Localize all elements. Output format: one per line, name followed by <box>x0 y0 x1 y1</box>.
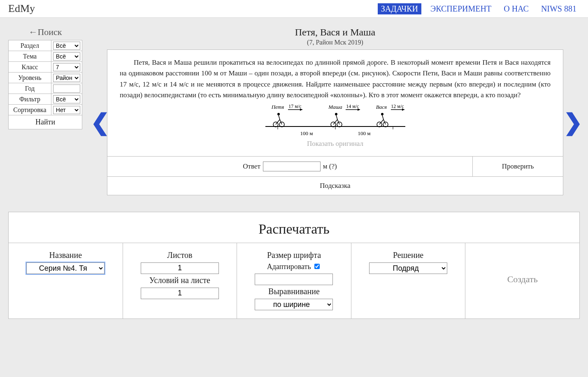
problem-area: Петя, Вася и Маша (7, Район Мск 2019) ❮ … <box>86 23 588 195</box>
check-button[interactable]: Проверить <box>472 157 563 176</box>
problem-subtitle: (7, Район Мск 2019) <box>91 39 580 46</box>
answer-input[interactable] <box>263 162 321 171</box>
label-section: Раздел <box>9 40 51 51</box>
print-col-sheets: Листов Условий на листе <box>123 243 237 318</box>
label-grade: Класс <box>9 62 51 73</box>
print-col-font: Размер шрифта Адаптировать Выравнивание … <box>237 243 351 318</box>
print-sheets-input[interactable] <box>141 262 219 274</box>
nav-niws[interactable]: NIWS 881 <box>538 3 580 14</box>
select-level[interactable]: Район М <box>53 74 80 82</box>
svg-line-19 <box>336 115 337 119</box>
print-title: Распечатать <box>9 212 579 243</box>
print-align-label: Выравнивание <box>241 287 347 296</box>
svg-point-10 <box>277 113 280 115</box>
find-button[interactable]: Найти <box>9 115 82 129</box>
svg-text:17 м/с: 17 м/с <box>288 104 301 109</box>
print-font-input[interactable] <box>255 274 333 285</box>
print-persheet-label: Условий на листе <box>127 276 233 285</box>
header: EdMy ЗАДАЧКИ ЭКСПЕРИМЕНТ О НАС NIWS 881 <box>0 0 588 18</box>
answer-row: Ответ м (?) Проверить <box>107 156 563 176</box>
rider-petya: Петя 17 м/с <box>271 104 302 127</box>
brand-logo: EdMy <box>8 2 35 15</box>
select-section[interactable]: Всё <box>53 42 80 50</box>
print-solution-label: Решение <box>356 251 461 260</box>
svg-text:14 м/с: 14 м/с <box>346 104 359 109</box>
search-table: Раздел Всё Тема Всё Класс 7 Уровень Райо… <box>8 40 82 129</box>
label-topic: Тема <box>9 51 51 62</box>
problem-diagram: 100 м 100 м Петя <box>261 104 409 137</box>
problem-text: Петя, Вася и Маша решили прокатиться на … <box>120 57 551 101</box>
problem-card: Петя, Вася и Маша решили прокатиться на … <box>107 49 563 195</box>
svg-line-9 <box>279 115 280 119</box>
print-sheets-label: Листов <box>127 251 233 260</box>
label-sort: Сортировка <box>9 105 51 115</box>
nav-tasks[interactable]: ЗАДАЧКИ <box>378 3 421 14</box>
select-topic[interactable]: Всё <box>53 52 80 61</box>
print-persheet-input[interactable] <box>141 288 219 299</box>
dist-1: 100 м <box>300 130 313 136</box>
select-filter[interactable]: Всё <box>53 95 80 103</box>
answer-unit: м (?) <box>323 162 337 171</box>
svg-point-20 <box>335 113 337 115</box>
svg-text:12 м/с: 12 м/с <box>391 104 404 109</box>
print-adapt-checkbox[interactable] <box>314 264 320 269</box>
print-font-label: Размер шрифта <box>241 251 347 260</box>
top-nav: ЗАДАЧКИ ЭКСПЕРИМЕНТ О НАС NIWS 881 <box>378 3 580 14</box>
svg-text:Вася: Вася <box>376 104 386 110</box>
svg-text:Маша: Маша <box>328 104 342 110</box>
rider-vasya: Вася 12 м/с <box>376 104 404 127</box>
label-year: Год <box>9 83 51 94</box>
show-original-link[interactable]: Показать оригинал <box>120 138 551 149</box>
dist-2: 100 м <box>358 130 370 136</box>
print-create-label: Создать <box>507 274 538 285</box>
input-year[interactable] <box>53 84 80 93</box>
label-level: Уровень <box>9 73 51 83</box>
print-align-select[interactable]: по ширине <box>255 299 333 310</box>
nav-experiment[interactable]: ЭКСПЕРИМЕНТ <box>427 3 495 14</box>
print-create-button[interactable]: Создать <box>465 243 579 318</box>
search-sidebar: ←Поиск Раздел Всё Тема Всё Класс 7 Урове… <box>0 23 86 129</box>
problem-title: Петя, Вася и Маша <box>91 27 580 38</box>
print-adapt-label: Адаптировать <box>267 262 311 271</box>
print-col-name: Название Серия №4. Тя <box>9 243 123 318</box>
svg-point-30 <box>381 113 383 115</box>
print-panel: Распечатать Название Серия №4. Тя Листов… <box>8 212 580 319</box>
svg-text:Петя: Петя <box>271 104 284 110</box>
answer-label: Ответ <box>243 162 260 171</box>
select-grade[interactable]: 7 <box>53 63 80 71</box>
hint-button[interactable]: Подсказка <box>107 176 563 195</box>
print-solution-select[interactable]: Подряд <box>369 262 447 274</box>
select-sort[interactable]: Нет <box>53 106 80 114</box>
print-col-solution: Решение Подряд <box>351 243 466 318</box>
svg-line-29 <box>382 115 383 119</box>
print-name-select[interactable]: Серия №4. Тя <box>26 262 105 274</box>
rider-masha: Маша 14 м/с <box>328 104 360 127</box>
prev-arrow-icon[interactable]: ❮ <box>91 109 107 136</box>
search-title: ←Поиск <box>8 27 82 37</box>
next-arrow-icon[interactable]: ❯ <box>563 109 580 136</box>
nav-about[interactable]: О НАС <box>500 3 532 14</box>
print-name-label: Название <box>13 251 119 260</box>
problem-body: Петя, Вася и Маша решили прокатиться на … <box>107 50 563 156</box>
label-filter: Фильтр <box>9 94 51 105</box>
